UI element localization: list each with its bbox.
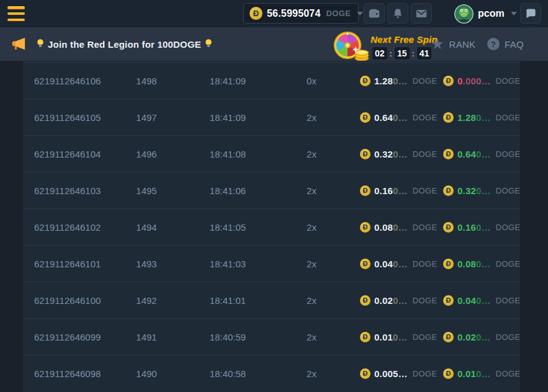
table-row[interactable]: 6219112646105 1497 18:41:09 2x Ð 0.640… … [23, 99, 520, 135]
chevron-down-icon [357, 12, 363, 16]
profit-amount-value: 0.64 [457, 149, 476, 159]
faq-link[interactable]: ? FAQ [487, 27, 524, 61]
chat-toggle-button[interactable] [520, 3, 541, 24]
profit-amount-trailing: .000… [463, 76, 491, 86]
bet-nonce: 1496 [115, 136, 177, 172]
profit-amount: Ð 0.160… DOGE [443, 209, 521, 245]
bet-amount: Ð 0.010… DOGE [360, 319, 438, 355]
hamburger-menu-button[interactable] [7, 6, 25, 21]
profit-amount-value: 0 [457, 76, 463, 86]
doge-coin-icon: Ð [360, 222, 371, 233]
rank-link[interactable]: ★ RANK [431, 27, 475, 61]
table-row[interactable]: 6219112646104 1496 18:41:08 2x Ð 0.320… … [23, 135, 520, 172]
bet-time: 18:41:08 [191, 136, 265, 172]
countdown-timer: 02 : 15 : 41 [372, 47, 431, 60]
bet-time: 18:40:59 [191, 319, 265, 355]
bet-amount-trailing: 0… [393, 259, 408, 269]
bet-amount-value: 0.08 [374, 222, 393, 233]
notifications-button[interactable] [387, 3, 408, 24]
profit-amount-trailing: 0… [476, 332, 491, 342]
currency-label: DOGE [413, 113, 438, 122]
profit-amount: Ð 0.010… DOGE [443, 355, 521, 391]
doge-coin-icon: Ð [443, 332, 454, 342]
currency-label: DOGE [496, 149, 521, 159]
faq-label: FAQ [505, 39, 524, 50]
profit-amount: Ð 0.080… DOGE [443, 246, 521, 282]
announcement: Join the Red Legion for 100DOGE [35, 27, 214, 61]
bet-amount: Ð 0.160… DOGE [360, 172, 438, 208]
bet-id: 6219112646102 [34, 209, 101, 245]
messages-button[interactable] [411, 3, 432, 24]
chevron-down-icon [511, 12, 517, 16]
doge-coin-icon: Ð [443, 112, 454, 123]
doge-coin-icon: Ð [443, 185, 454, 196]
bet-amount-trailing: 0… [393, 222, 408, 233]
bet-time: 18:40:58 [191, 355, 265, 391]
user-menu[interactable]: pcom [454, 0, 517, 27]
bet-multiplier: 2x [281, 136, 343, 172]
profit-amount-trailing: 0… [476, 222, 491, 233]
profit-amount-trailing: 0… [476, 185, 491, 196]
chat-bubble-icon [525, 7, 537, 19]
bet-time: 18:41:03 [191, 246, 265, 282]
bet-amount-trailing: 0… [393, 112, 408, 123]
currency-label: DOGE [413, 296, 438, 305]
table-row[interactable]: 6219112646103 1495 18:41:06 2x Ð 0.160… … [23, 172, 520, 208]
doge-coin-icon: Ð [443, 222, 454, 233]
table-row[interactable]: 6219112646099 1491 18:40:59 2x Ð 0.010… … [23, 318, 520, 355]
currency-label: DOGE [496, 369, 521, 378]
bet-amount-trailing: 0… [393, 149, 408, 159]
bet-amount: Ð 0.040… DOGE [360, 246, 438, 282]
announcement-text: Join the Red Legion for 100DOGE [48, 39, 201, 50]
bet-nonce: 1492 [115, 282, 177, 318]
table-row[interactable]: 6219112646100 1492 18:41:01 2x Ð 0.020… … [23, 282, 520, 318]
spin-wheel-icon [333, 30, 372, 62]
table-row[interactable]: 6219112646101 1493 18:41:03 2x Ð 0.040… … [23, 245, 520, 282]
bet-nonce: 1495 [115, 172, 177, 208]
bet-amount: Ð 0.320… DOGE [360, 136, 438, 172]
bet-id: 6219112646104 [34, 136, 101, 172]
bet-multiplier: 2x [281, 246, 343, 282]
currency-label: DOGE [496, 296, 521, 305]
question-icon: ? [487, 38, 500, 50]
bet-multiplier: 2x [281, 99, 343, 135]
balance-selector[interactable]: Ð 56.5995074 DOGE [243, 3, 359, 24]
bet-amount-trailing: 0… [393, 185, 408, 196]
bet-amount-trailing: 0… [393, 295, 408, 306]
table-row[interactable]: 6219112646102 1494 18:41:05 2x Ð 0.080… … [23, 208, 520, 245]
profit-amount-trailing: 0… [476, 368, 491, 379]
username: pcom [478, 8, 505, 19]
profit-amount-value: 0.08 [457, 259, 476, 269]
bet-time: 18:41:05 [191, 209, 265, 245]
profit-amount: Ð 0.000… DOGE [443, 63, 521, 99]
doge-coin-icon: Ð [360, 185, 371, 196]
megaphone-icon [11, 35, 27, 52]
bet-id: 6219112646098 [34, 355, 101, 391]
currency-label: DOGE [413, 223, 438, 232]
currency-label: DOGE [496, 113, 521, 122]
balance-amount: 56.5995074 [267, 8, 321, 19]
bet-id: 6219112646106 [34, 63, 101, 99]
currency-label: DOGE [413, 332, 438, 342]
bet-amount-value: 1.28 [374, 76, 393, 86]
table-row[interactable]: 6219112646106 1498 18:41:09 0x Ð 1.280… … [23, 62, 520, 99]
free-spin-widget[interactable]: Next Free Spin 02 : 15 : 41 [333, 29, 423, 61]
bet-amount-trailing: 0… [393, 76, 408, 86]
doge-coin-icon: Ð [360, 112, 371, 123]
doge-coin-icon: Ð [443, 76, 454, 86]
doge-coin-icon: Ð [360, 149, 371, 159]
bet-id: 6219112646103 [34, 172, 101, 208]
bet-amount: Ð 1.280… DOGE [360, 63, 438, 99]
countdown-hours: 02 [372, 47, 387, 60]
countdown-separator: : [390, 49, 392, 58]
wallet-button[interactable] [364, 3, 385, 24]
table-row[interactable]: 6219112646098 1490 18:40:58 2x Ð 0.005… … [23, 355, 520, 391]
doge-coin-icon: Ð [360, 368, 371, 379]
bet-id: 6219112646101 [34, 246, 101, 282]
currency-label: DOGE [496, 76, 521, 86]
profit-amount-trailing: 0… [476, 112, 491, 123]
bet-amount-value: 0.04 [374, 259, 393, 269]
hamburger-bar [7, 19, 25, 22]
bet-nonce: 1494 [115, 209, 177, 245]
currency-label: DOGE [496, 332, 521, 342]
